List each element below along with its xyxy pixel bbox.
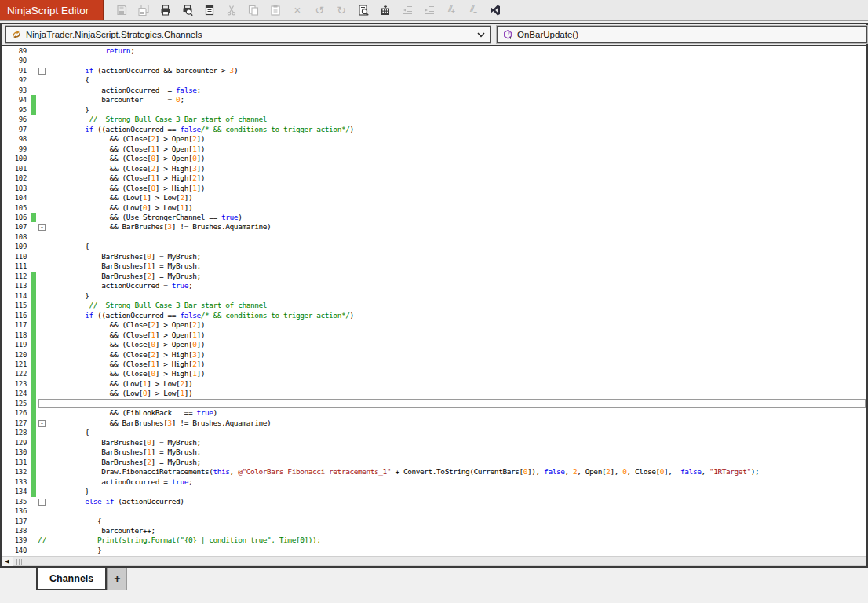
fold-gutter (36, 340, 49, 349)
code-text: && (Use_StrongerChannel == true) (49, 213, 866, 222)
fold-gutter (36, 408, 49, 418)
indent-icon (422, 3, 436, 17)
line-number: 105 (2, 203, 31, 213)
fold-gutter (36, 144, 49, 154)
code-line: 113 actionOccurred = true; (2, 281, 866, 291)
navigation-bar: NinjaTrader.NinjaScript.Strategies.Chann… (2, 24, 866, 46)
fold-gutter (36, 95, 49, 104)
code-text: return; (49, 46, 866, 56)
code-text: if (actionOccurred && barcounter > 3) (49, 66, 866, 75)
code-text: && (Close[0] > Open[0]) (49, 154, 866, 163)
line-number: 112 (2, 272, 31, 281)
fold-gutter (36, 281, 49, 291)
line-number: 93 (2, 86, 31, 95)
fold-gutter (36, 164, 49, 174)
collapse-region-icon[interactable]: - (38, 224, 46, 231)
code-line: 121 && (Close[1] > High[2]) (2, 360, 866, 369)
current-line-indicator (38, 399, 866, 408)
line-number: 132 (2, 467, 31, 477)
code-text: && (Close[2] > High[3]) (49, 350, 866, 360)
code-line: 94 barcounter = 0; (2, 95, 866, 104)
fold-gutter (36, 291, 49, 301)
horizontal-scrollbar-thumb[interactable] (13, 557, 866, 566)
code-line: 114 } (2, 291, 866, 301)
fold-gutter (36, 203, 49, 213)
line-number: 137 (2, 517, 31, 526)
code-line: 118 && (Close[1] > Open[1]) (2, 331, 866, 340)
code-text: && (FibLookBack == true) (49, 408, 866, 418)
line-number: 124 (2, 389, 31, 398)
uncomment-icon: //− (466, 3, 480, 17)
code-text: actionOccurred = true; (49, 477, 866, 487)
undo-icon: ↺ (312, 3, 326, 17)
code-line: 136 (2, 506, 866, 516)
line-number: 102 (2, 174, 31, 183)
code-text: barcounter = 0; (49, 95, 866, 104)
collapse-region-icon[interactable]: - (38, 68, 46, 75)
code-line: 89 return; (2, 46, 866, 56)
code-text: && (Close[1] > High[2]) (49, 174, 866, 183)
line-number: 131 (2, 458, 31, 467)
line-number: 115 (2, 301, 31, 310)
code-line: 103 && (Close[0] > High[1]) (2, 184, 866, 193)
fold-gutter (36, 232, 49, 242)
code-text: && (Close[1] > High[2]) (49, 360, 866, 369)
code-line: 132 Draw.FibonacciRetracements(this, @"C… (2, 467, 866, 477)
code-line: 116 if ((actionOccurred == false/* && co… (2, 311, 866, 320)
code-text: { (49, 517, 866, 526)
code-line: 90 (2, 56, 866, 65)
line-number: 100 (2, 154, 31, 163)
code-text: if ((actionOccurred == false/* && condit… (49, 125, 866, 134)
visual-studio-icon[interactable] (488, 3, 502, 17)
fold-gutter (36, 242, 49, 251)
select-all-icon[interactable] (202, 3, 217, 17)
compile-icon[interactable] (378, 3, 392, 17)
line-number: 135 (2, 497, 31, 506)
line-number: 107 (2, 222, 31, 232)
code-text: } (49, 291, 866, 301)
delete-icon: × (290, 3, 305, 17)
document-tab-strip: Channels+ (0, 568, 868, 590)
class-selector-combobox[interactable]: NinjaTrader.NinjaScript.Strategies.Chann… (5, 26, 491, 43)
window-title-tab: NinjaScript Editor (0, 0, 104, 20)
scroll-left-arrow-icon[interactable]: ◀ (2, 557, 13, 566)
line-number: 104 (2, 193, 31, 203)
code-editor[interactable]: 89 return;9091- if (actionOccurred && ba… (2, 46, 866, 556)
line-number: 97 (2, 125, 31, 134)
print-preview-icon[interactable] (181, 3, 195, 17)
method-selector-combobox[interactable]: OnBarUpdate() (497, 26, 867, 43)
line-number: 89 (2, 46, 31, 56)
code-line: 117 && (Close[2] > Open[2]) (2, 320, 866, 330)
code-line: 125 (2, 399, 866, 408)
code-text: barcounter++; (49, 526, 866, 535)
cut-icon (224, 3, 239, 17)
line-number: 95 (2, 105, 31, 115)
collapse-region-icon[interactable]: - (38, 420, 46, 427)
fold-gutter (36, 320, 49, 330)
fold-gutter (36, 467, 49, 477)
code-text: // Strong Bull Case 3 Bar start of chann… (49, 301, 866, 310)
code-line: 139// Print(string.Format("{0} | conditi… (2, 535, 866, 545)
fold-gutter (36, 56, 49, 65)
bottom-filler (0, 590, 868, 600)
code-line: 93 actionOccurred = false; (2, 86, 866, 95)
code-text: { (49, 242, 866, 251)
find-icon[interactable] (356, 3, 370, 17)
fold-gutter (36, 125, 49, 134)
fold-gutter (36, 448, 49, 457)
code-line: 102 && (Close[1] > High[2]) (2, 174, 866, 183)
line-number: 98 (2, 134, 31, 144)
line-number: 117 (2, 320, 31, 330)
code-text: && (Low[0] > Low[1]) (49, 389, 866, 398)
print-icon[interactable] (159, 3, 173, 17)
chevron-down-icon[interactable] (477, 32, 485, 38)
fold-gutter (36, 379, 49, 389)
class-selector-value: NinjaTrader.NinjaScript.Strategies.Chann… (26, 30, 473, 39)
tab-channels[interactable]: Channels (36, 568, 107, 590)
add-tab-button[interactable]: + (107, 568, 127, 590)
collapse-region-icon[interactable]: - (38, 499, 46, 506)
code-line: 92 { (2, 75, 866, 85)
code-text: BarBrushes[0] = MyBrush; (49, 438, 866, 448)
horizontal-scrollbar[interactable]: ◀ (2, 556, 866, 566)
line-number: 101 (2, 164, 31, 174)
